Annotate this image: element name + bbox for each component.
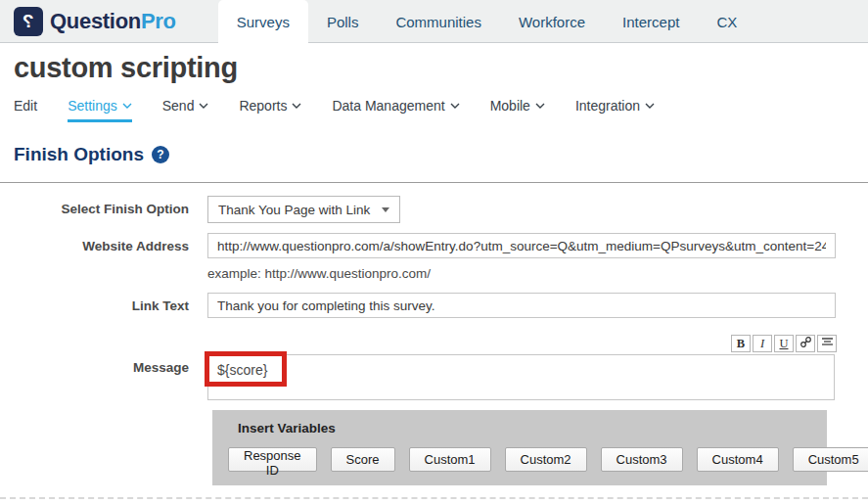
variable-button-custom5[interactable]: Custom5 [793,447,868,472]
chevron-down-icon [535,103,545,110]
tab-polls[interactable]: Polls [308,0,378,44]
section-header: Finish Options ? [14,144,868,165]
link-text-row: Link Text [0,293,868,319]
website-address-label: Website Address [0,233,207,259]
chevron-down-icon [645,103,655,110]
website-address-example: example: http://www.questionpro.com/ [207,266,868,281]
questionpro-logo-icon: ? [14,7,43,36]
italic-button[interactable]: I [753,335,772,352]
survey-subnav: Edit Settings Send Reports Data Manageme… [14,98,868,122]
subnav-item-data-management[interactable]: Data Management [332,98,459,122]
message-row: Message ${score} [0,354,868,400]
tab-cx[interactable]: CX [698,0,755,44]
form-bottom-divider [0,497,868,499]
logo-glyph: ? [23,12,34,30]
variable-button-score[interactable]: Score [331,447,395,472]
finish-option-label: Select Finish Option [0,196,207,222]
message-label: Message [0,354,207,381]
subnav-item-integration[interactable]: Integration [575,98,655,122]
message-field-wrapper: ${score} [207,354,835,400]
link-button[interactable] [796,335,815,352]
section-title: Finish Options [14,144,144,165]
section-divider [0,182,868,183]
primary-tabs: Surveys Polls Communities Workforce Inte… [218,0,756,44]
brand-logo[interactable]: ? QuestionPro [14,7,176,36]
message-format-toolbar: B I U [0,335,837,352]
subnav-item-send[interactable]: Send [162,98,209,122]
chevron-down-icon [122,103,132,110]
tab-workforce[interactable]: Workforce [500,0,604,44]
tab-communities[interactable]: Communities [377,0,500,44]
link-text-input[interactable] [207,293,836,318]
finish-options-form: Select Finish Option Thank You Page with… [0,196,868,504]
insert-variables-buttons: Response ID Score Custom1 Custom2 Custom… [228,447,827,472]
chevron-down-icon [450,103,460,110]
finish-option-value: Thank You Page with Link [218,203,382,217]
help-icon[interactable]: ? [152,146,169,163]
variable-button-custom1[interactable]: Custom1 [409,447,491,472]
finish-option-row: Select Finish Option Thank You Page with… [0,196,868,223]
subnav-item-mobile[interactable]: Mobile [490,98,545,122]
insert-variables-title: Insert Variables [238,421,827,435]
variable-button-response-id[interactable]: Response ID [228,447,317,472]
top-navigation-bar: ? QuestionPro Surveys Polls Communities … [0,0,868,43]
align-center-button[interactable] [817,335,837,352]
finish-option-select[interactable]: Thank You Page with Link [207,196,400,223]
insert-variables-panel: Insert Variables Response ID Score Custo… [212,410,827,485]
underline-button[interactable]: U [774,335,794,352]
tab-intercept[interactable]: Intercept [604,0,698,44]
link-text-label: Link Text [0,293,207,319]
subnav-item-settings[interactable]: Settings [68,98,132,122]
website-address-row: Website Address [0,233,868,259]
variable-button-custom2[interactable]: Custom2 [505,447,587,472]
tab-surveys[interactable]: Surveys [218,0,308,44]
dropdown-arrow-icon [382,207,389,212]
chevron-down-icon [199,103,208,110]
brand-name: QuestionPro [50,9,176,34]
subnav-item-edit[interactable]: Edit [14,98,37,122]
variable-button-custom4[interactable]: Custom4 [697,447,779,472]
website-address-input[interactable] [207,233,836,258]
align-center-icon [821,337,834,351]
subnav-item-reports[interactable]: Reports [239,98,301,122]
bold-button[interactable]: B [731,335,751,352]
page-title: custom scripting [14,52,868,84]
link-icon [799,336,812,352]
message-textarea[interactable]: ${score} [207,354,835,400]
chevron-down-icon [292,103,301,110]
variable-button-custom3[interactable]: Custom3 [601,447,683,472]
